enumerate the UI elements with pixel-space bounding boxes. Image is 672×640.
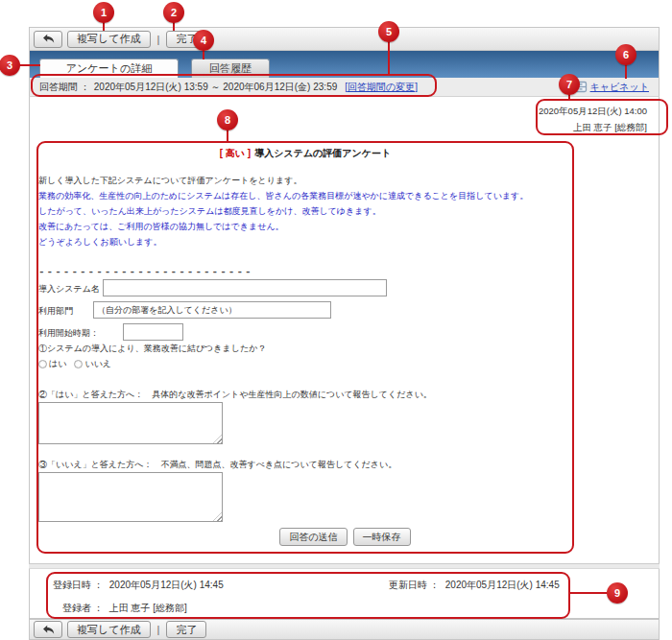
dashed-divider: -------------------------- (38, 266, 253, 277)
back-arrow-icon (42, 625, 55, 635)
survey-title-text: 導入システムの評価アンケート (254, 148, 391, 158)
back-arrow-icon (42, 34, 55, 44)
copy-create-button[interactable]: 複写して作成 (67, 31, 151, 48)
registered-value: 2020年05月12日(火) 14:45 (109, 580, 224, 590)
copy-create-button-bottom[interactable]: 複写して作成 (67, 621, 151, 638)
intro-line-blue-1: 業務の効率化、生産性の向上のためにシステムは存在し、皆さんの各業務目標が速やかに… (38, 188, 528, 203)
answer-period-bar: 回答期間 ： 2020年05月12日(火) 13:59 ～ 2020年06月12… (29, 78, 660, 97)
annotation-number-3: 3 (0, 55, 20, 76)
cabinet-link[interactable]: キャビネット (590, 81, 649, 94)
post-datetime: 2020年05月12日(火) 14:00 (539, 103, 647, 119)
start-date-label: 利用開始時期： (38, 327, 99, 340)
cabinet-icon (574, 81, 588, 93)
survey-content: 2020年05月12日(火) 14:00 上田 恵子 [総務部] [ 高い ]導… (29, 97, 660, 563)
done-button-bottom[interactable]: 完了 (166, 621, 206, 638)
back-button[interactable] (34, 31, 62, 48)
toolbar-separator: | (156, 34, 162, 45)
radio-option-yes[interactable]: はい (38, 358, 66, 370)
updated-label: 更新日時 ： (389, 580, 440, 590)
radio-yes-label: はい (49, 358, 66, 370)
back-button-bottom[interactable] (34, 621, 62, 638)
radio-yes-icon[interactable] (38, 360, 47, 368)
done-button[interactable]: 完了 (166, 31, 206, 48)
department-input[interactable] (93, 301, 331, 319)
annotation-number-2: 2 (163, 2, 184, 23)
start-date-input[interactable] (123, 323, 183, 341)
question-3-text: ③「いいえ」と答えた方へ： 不満点、問題点、改善すべき点について報告してください… (38, 459, 396, 471)
updated-datetime: 更新日時 ：2020年05月12日(火) 14:45 (389, 579, 560, 592)
registrant-value: 上田 恵子 [総務部] (109, 603, 187, 613)
tab-answer-history[interactable]: 回答履歴 (191, 59, 270, 78)
updated-value: 2020年05月12日(火) 14:45 (445, 580, 560, 590)
registrant-label: 登録者 ： (62, 603, 104, 613)
registered-label: 登録日時 ： (53, 580, 104, 590)
registered-datetime: 登録日時 ：2020年05月12日(火) 14:45 (53, 579, 224, 592)
survey-app-window: 複写して作成 | 完了 アンケートの詳細 回答履歴 回答期間 ： 2020年05… (29, 27, 660, 640)
question-2-text: ②「はい」と答えた方へ： 具体的な改善ポイントや生産性向上の数値について報告して… (38, 389, 432, 401)
system-name-label: 導入システム名 (38, 283, 100, 296)
intro-line-blue-3: 改善にあたっては、ご利用の皆様の協力無しではできません。 (38, 219, 528, 234)
intro-line-blue-2: したがって、いったん出来上がったシステムは都度見直しをかけ、改善してゆきます。 (38, 203, 528, 219)
department-label: 利用部門 (38, 305, 73, 318)
question-1-text: ①システムの導入により、業務改善に結びつきましたか？ (38, 343, 266, 355)
tab-bar: アンケートの詳細 回答履歴 (29, 51, 660, 78)
survey-title: [ 高い ]導入システムの評価アンケート (36, 147, 574, 160)
post-author: 上田 恵子 [総務部] (539, 119, 647, 135)
answer-period-value: 2020年05月12日(火) 13:59 ～ 2020年06月12日(金) 23… (94, 81, 337, 94)
radio-no-icon[interactable] (74, 360, 83, 368)
question-3-textarea[interactable] (38, 472, 223, 522)
page: 複写して作成 | 完了 アンケートの詳細 回答履歴 回答期間 ： 2020年05… (0, 0, 672, 640)
toolbar-separator: | (156, 624, 162, 635)
annotation-number-1: 1 (93, 2, 114, 23)
bottom-toolbar: 複写して作成 | 完了 (29, 619, 660, 640)
tab-survey-detail[interactable]: アンケートの詳細 (39, 59, 179, 78)
temp-save-button[interactable]: 一時保存 (353, 528, 411, 546)
change-period-link[interactable]: [回答期間の変更] (345, 81, 418, 94)
top-toolbar: 複写して作成 | 完了 (29, 27, 660, 51)
system-name-input[interactable] (103, 279, 387, 296)
intro-line-black: 新しく導入した下記システムについて評価アンケートをとります。 (38, 173, 528, 188)
registrant: 登録者 ：上田 恵子 [総務部] (62, 602, 187, 615)
priority-badge: [ 高い ] (220, 148, 251, 158)
post-meta: 2020年05月12日(火) 14:00 上田 恵子 [総務部] (539, 103, 647, 135)
answer-period-label: 回答期間 ： (39, 81, 90, 94)
radio-option-no[interactable]: いいえ (74, 358, 111, 370)
question-1-options: はい いいえ (38, 358, 111, 370)
survey-description: 新しく導入した下記システムについて評価アンケートをとります。 業務の効率化、生産… (38, 173, 528, 249)
radio-no-label: いいえ (84, 358, 111, 370)
submit-answer-button[interactable]: 回答の送信 (279, 528, 347, 546)
registration-footer: 登録日時 ：2020年05月12日(火) 14:45 更新日時 ：2020年05… (29, 569, 660, 619)
question-2-textarea[interactable] (38, 402, 223, 444)
intro-line-blue-4: どうぞよろしくお願いします。 (38, 234, 528, 249)
answer-actions: 回答の送信 一時保存 (30, 528, 660, 546)
